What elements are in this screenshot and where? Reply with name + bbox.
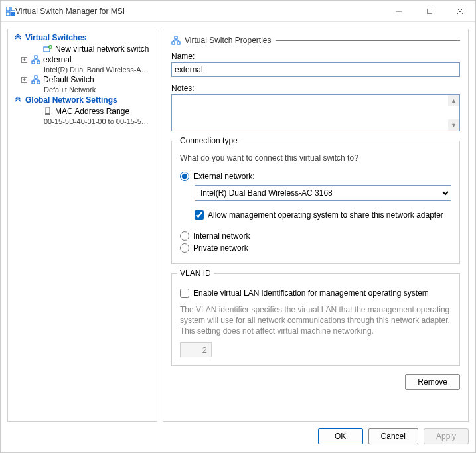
svg-rect-14 (37, 61, 40, 64)
svg-rect-21 (37, 81, 40, 84)
external-network-label: External network: (193, 172, 255, 181)
svg-rect-28 (175, 36, 177, 39)
svg-rect-2 (6, 12, 10, 16)
vlan-enable-label: Enable virtual LAN identification for ma… (193, 289, 429, 298)
window: Virtual Switch Manager for MSI (0, 0, 476, 453)
svg-rect-19 (35, 76, 37, 78)
svg-rect-29 (172, 42, 175, 44)
dialog-buttons: OK Cancel Apply (1, 424, 475, 452)
mac-range-icon (43, 107, 52, 116)
app-icon (6, 7, 15, 16)
connection-type-legend: Connection type (177, 136, 240, 145)
internal-network-label: Internal network (193, 231, 250, 241)
tree-item-label: MAC Address Range (55, 107, 129, 116)
svg-rect-12 (35, 56, 37, 58)
svg-rect-26 (46, 107, 50, 113)
tree-item-label: Default Switch (43, 75, 94, 84)
ok-button[interactable]: OK (318, 428, 363, 444)
tree-section-label: Virtual Switches (25, 33, 86, 42)
tree-item-sublabel: Intel(R) Dual Band Wireless-AC 3168 (44, 66, 153, 74)
svg-rect-0 (6, 7, 10, 11)
collapse-icon (13, 33, 23, 42)
tree-item-mac-range[interactable]: MAC Address Range (9, 106, 155, 117)
maximize-button[interactable] (414, 1, 445, 22)
tree-section-label: Global Network Settings (25, 96, 118, 105)
svg-rect-13 (32, 61, 35, 64)
name-input[interactable] (171, 62, 460, 77)
tree-item-sublabel: Default Network (44, 86, 96, 94)
window-title: Virtual Switch Manager for MSI (15, 7, 125, 16)
tree-item-external[interactable]: + external (9, 54, 155, 65)
collapse-icon (13, 96, 23, 105)
scroll-up-button[interactable]: ▲ (448, 95, 459, 106)
svg-rect-27 (45, 113, 50, 115)
tree-item-default-switch-network[interactable]: Default Network (9, 85, 155, 94)
switch-icon (31, 55, 40, 64)
remove-button[interactable]: Remove (405, 374, 460, 390)
tree-item-default-switch[interactable]: + Default Switch (9, 74, 155, 85)
tree-item-mac-range-value[interactable]: 00-15-5D-40-01-00 to 00-15-5D-4... (9, 117, 155, 126)
vlan-enable-checkbox[interactable]: Enable virtual LAN identification for ma… (180, 289, 451, 298)
private-network-label: Private network (193, 243, 248, 253)
svg-rect-20 (32, 81, 35, 84)
scroll-down-button[interactable]: ▼ (448, 119, 459, 131)
new-switch-icon (43, 44, 52, 54)
tree-item-external-adapter[interactable]: Intel(R) Dual Band Wireless-AC 3168 (9, 65, 155, 74)
vlan-id-input (180, 342, 212, 357)
client-area: Virtual Switches New virtual (1, 22, 475, 452)
switch-icon (171, 36, 181, 45)
connection-type-group: Connection type What do you want to conn… (171, 141, 460, 264)
notes-field: ▲ ▼ (171, 94, 460, 131)
notes-label: Notes: (171, 84, 460, 93)
notes-scrollbar: ▲ ▼ (448, 95, 459, 131)
notes-input[interactable] (172, 95, 447, 131)
properties-panel: Virtual Switch Properties Name: Notes: ▲… (163, 29, 469, 422)
name-label: Name: (171, 52, 460, 61)
cancel-button[interactable]: Cancel (368, 428, 418, 444)
switch-icon (31, 75, 40, 84)
svg-rect-30 (177, 42, 180, 44)
tree-panel: Virtual Switches New virtual (7, 29, 157, 422)
external-network-radio[interactable]: External network: (180, 172, 451, 181)
tree-section-virtual-switches[interactable]: Virtual Switches (9, 32, 155, 44)
tree-item-sublabel: 00-15-5D-40-01-00 to 00-15-5D-4... (44, 117, 153, 125)
expand-icon[interactable]: + (21, 77, 27, 83)
connection-type-prompt: What do you want to connect this virtual… (180, 153, 451, 162)
tree-item-new-switch[interactable]: New virtual network switch (9, 44, 155, 54)
tree: Virtual Switches New virtual (8, 29, 157, 129)
tree-section-global-settings[interactable]: Global Network Settings (9, 94, 155, 106)
close-button[interactable] (445, 1, 475, 22)
titlebar: Virtual Switch Manager for MSI (1, 1, 475, 22)
vlan-legend: VLAN ID (177, 269, 214, 278)
allow-mgmt-checkbox[interactable]: Allow management operating system to sha… (195, 210, 451, 220)
panels: Virtual Switches New virtual (1, 22, 475, 424)
expand-icon[interactable]: + (21, 57, 27, 63)
apply-button[interactable]: Apply (424, 428, 469, 444)
private-network-radio[interactable]: Private network (180, 243, 451, 253)
adapter-select[interactable]: Intel(R) Dual Band Wireless-AC 3168 (195, 185, 451, 201)
vlan-help-text: The VLAN identifier specifies the virtua… (180, 304, 451, 337)
window-buttons (384, 1, 475, 22)
allow-mgmt-label: Allow management operating system to sha… (208, 210, 443, 220)
tree-item-label: external (43, 55, 72, 64)
internal-network-radio[interactable]: Internal network (180, 231, 451, 241)
properties-header-label: Virtual Switch Properties (185, 36, 272, 45)
minimize-button[interactable] (384, 1, 414, 22)
tree-item-label: New virtual network switch (55, 44, 149, 54)
svg-rect-5 (428, 9, 432, 13)
properties-header: Virtual Switch Properties (171, 36, 460, 45)
vlan-group: VLAN ID Enable virtual LAN identificatio… (171, 273, 460, 366)
